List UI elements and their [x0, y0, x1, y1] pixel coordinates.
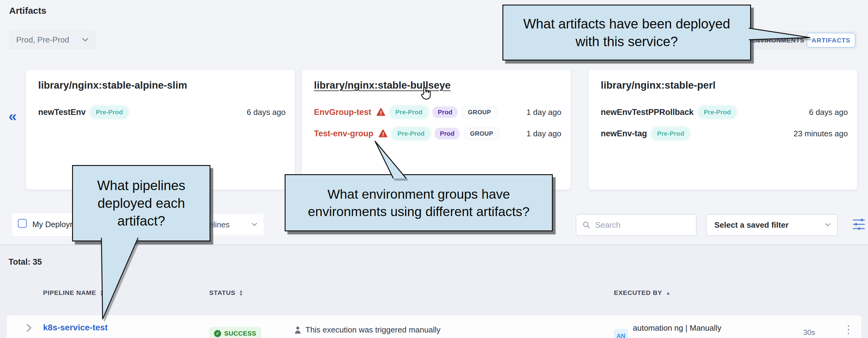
- deploy-time: 1 day ago: [527, 129, 561, 138]
- column-header-pipeline-name[interactable]: PIPELINE NAME ▲▼: [43, 289, 104, 297]
- service-artifacts-page: Artifacts Prod, Pre-Prod « library/nginx…: [0, 0, 868, 338]
- env-type-badge: Pre-Prod: [699, 106, 736, 118]
- artifact-name-link[interactable]: library/nginx:stable-perl: [601, 80, 716, 91]
- status-badge: ✓ SUCCESS: [209, 327, 261, 338]
- status-label: SUCCESS: [224, 330, 256, 337]
- callout-line: What pipelines: [97, 177, 185, 194]
- avatar: AN: [614, 329, 628, 338]
- tab-artifacts[interactable]: ARTIFACTS: [807, 33, 856, 48]
- tab-environments[interactable]: ENVIRONMENTS: [747, 31, 808, 50]
- trigger-text: This execution was triggered manually: [305, 325, 440, 335]
- environment-row[interactable]: newEnvTestPPRollback Pre-Prod 6 days ago: [601, 105, 848, 120]
- environment-row[interactable]: newTestEnv Pre-Prod 6 days ago: [38, 105, 285, 120]
- environment-scope-value: Prod, Pre-Prod: [16, 35, 69, 45]
- row-expander-chevron-icon[interactable]: [25, 323, 33, 333]
- column-header-status[interactable]: STATUS ▲▼: [209, 289, 243, 297]
- deploy-time: 23 minutes ago: [794, 129, 848, 138]
- environment-name: newEnvTestPPRollback: [601, 108, 693, 117]
- success-check-icon: ✓: [214, 330, 221, 337]
- warning-icon: [376, 108, 385, 116]
- env-type-badge: Prod: [432, 106, 458, 118]
- chevron-down-icon: [252, 223, 257, 226]
- collapse-panel-icon[interactable]: «: [8, 109, 17, 123]
- artifact-card: library/nginx:stable-bullseye EnvGroup-t…: [302, 70, 570, 190]
- deploy-time: 6 days ago: [809, 108, 848, 117]
- env-type-badge: Pre-Prod: [390, 106, 428, 118]
- executed-by-text: automation ng | Manually: [633, 323, 721, 333]
- search-box[interactable]: [576, 214, 697, 236]
- callout-env-groups-question: What environment groups have environment…: [285, 174, 553, 231]
- sort-ascending-icon: ▲: [666, 290, 671, 295]
- environment-group-name: EnvGroup-test: [314, 108, 371, 117]
- env-type-badge: Pre-Prod: [393, 128, 430, 139]
- environment-group-row[interactable]: EnvGroup-test Pre-Prod Prod GROUP 1 day …: [314, 105, 561, 120]
- warning-icon: [378, 129, 388, 138]
- total-count: Total: 35: [8, 257, 42, 267]
- filter-settings-icon[interactable]: [851, 217, 866, 233]
- callout-line: deployed each: [97, 194, 185, 212]
- env-type-badge: Pre-Prod: [652, 128, 690, 139]
- env-type-badge: Pre-Prod: [91, 106, 128, 118]
- sort-icon: ▲▼: [239, 289, 243, 296]
- my-deployments-checkbox[interactable]: [18, 219, 27, 228]
- user-icon: [294, 326, 302, 334]
- column-header-label: STATUS: [209, 289, 236, 297]
- column-header-label: PIPELINE NAME: [43, 289, 96, 297]
- execution-duration: 30s: [803, 328, 815, 337]
- environment-scope-select[interactable]: Prod, Pre-Prod: [9, 31, 95, 49]
- trigger-info: This execution was triggered manually: [294, 325, 440, 335]
- saved-filter-value: Select a saved filter: [714, 220, 788, 230]
- pipeline-name-link[interactable]: k8s-service-test: [43, 323, 108, 333]
- artifact-name-link[interactable]: library/nginx:stable-alpine-slim: [38, 80, 187, 91]
- environment-name: newTestEnv: [38, 108, 86, 117]
- callout-pipelines-question: What pipelines deployed each artifact?: [72, 165, 211, 242]
- hand-cursor-icon: [419, 86, 432, 100]
- page-title: Artifacts: [9, 5, 46, 16]
- callout-line: environments using different artifacts?: [308, 203, 530, 220]
- environment-group-row[interactable]: Test-env-group Pre-Prod Prod GROUP 1 day…: [314, 126, 561, 141]
- chevron-down-icon: [82, 38, 88, 42]
- environment-name: newEnv-tag: [601, 129, 647, 138]
- artifact-card: library/nginx:stable-perl newEnvTestPPRo…: [589, 70, 857, 190]
- environment-group-name: Test-env-group: [314, 129, 374, 138]
- search-icon: [583, 221, 590, 229]
- search-input[interactable]: [595, 220, 687, 230]
- env-group-badge: GROUP: [465, 128, 499, 140]
- row-menu-icon[interactable]: ⋮: [843, 323, 854, 336]
- environment-row[interactable]: newEnv-tag Pre-Prod 23 minutes ago: [601, 126, 848, 141]
- deploy-time: 6 days ago: [247, 108, 285, 117]
- callout-line: artifact?: [117, 212, 165, 230]
- callout-line: What artifacts have been deployed: [523, 15, 730, 33]
- callout-line: with this service?: [576, 33, 678, 50]
- sort-icon: ▲▼: [100, 289, 104, 296]
- deploy-time: 1 day ago: [527, 108, 561, 117]
- saved-filter-dropdown[interactable]: Select a saved filter: [706, 214, 838, 236]
- chevron-down-icon: [825, 223, 831, 227]
- env-type-badge: Prod: [435, 128, 460, 139]
- callout-artifacts-question: What artifacts have been deployed with t…: [502, 5, 751, 60]
- column-header-executed-by[interactable]: EXECUTED BY ▲: [614, 289, 671, 297]
- env-group-badge: GROUP: [462, 106, 497, 118]
- callout-line: What environment groups have: [328, 186, 510, 203]
- column-header-label: EXECUTED BY: [614, 289, 662, 297]
